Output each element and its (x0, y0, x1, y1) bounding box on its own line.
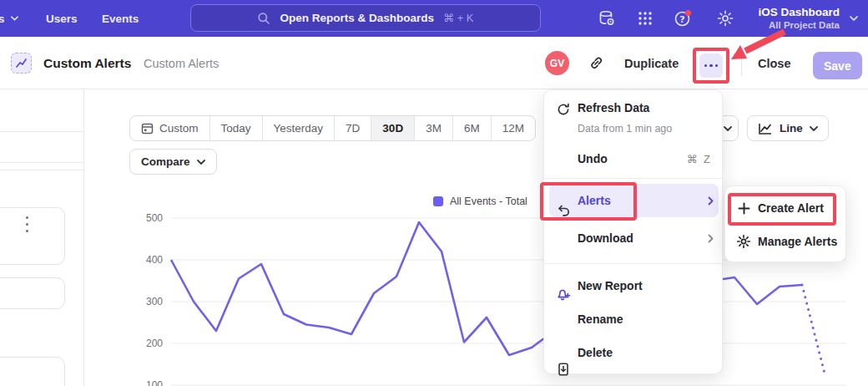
more-options-button[interactable] (699, 53, 723, 78)
settings-gear-icon[interactable] (716, 9, 734, 28)
chevron-right-icon (708, 196, 714, 206)
svg-text:400: 400 (146, 254, 163, 266)
sidebar-card[interactable] (0, 357, 65, 386)
menu-item-rename[interactable]: Rename (544, 302, 724, 336)
breadcrumb: Custom Alerts (144, 37, 219, 89)
nav-item-events[interactable]: Events (102, 0, 139, 37)
search-shortcut: ⌘ + K (443, 12, 474, 24)
search-input[interactable]: Open Reports & Dashboards ⌘ + K (190, 4, 541, 32)
refresh-status: Data from 1 min ago (578, 123, 672, 135)
copy-link-icon[interactable] (588, 55, 604, 71)
duplicate-button[interactable]: Duplicate (624, 37, 679, 89)
close-button[interactable]: Close (758, 37, 791, 89)
chart-legend: All Events - Total (433, 196, 527, 207)
sidebar-row-border (0, 131, 83, 132)
top-nav: s Users Events Open Reports & Dashboards… (0, 0, 868, 37)
apps-grid-icon[interactable] (636, 9, 654, 28)
notification-dot (685, 10, 691, 16)
kebab-menu-icon[interactable] (26, 216, 28, 232)
chart-type-button[interactable]: Line (747, 115, 829, 141)
menu-item-refresh-data[interactable]: Refresh Data Data from 1 min ago (544, 97, 724, 135)
chevron-down-icon (197, 160, 205, 165)
date-range-control: Custom Today Yesterday 7D 30D 3M 6M 12M (129, 115, 536, 141)
svg-text:500: 500 (146, 212, 163, 224)
menu-divider (544, 178, 724, 179)
line-chart-icon (758, 122, 773, 135)
menu-item-alerts[interactable]: Alerts (544, 184, 724, 217)
menu-item-new-report[interactable]: New Report (544, 269, 724, 302)
save-button[interactable]: Save (813, 52, 862, 79)
chevron-right-icon (708, 234, 714, 243)
chevron-down-icon (810, 126, 818, 131)
sidebar-divider (83, 89, 84, 386)
sidebar-row-border (0, 162, 83, 163)
sidebar-row-border (0, 170, 83, 170)
search-placeholder: Open Reports & Dashboards (280, 12, 434, 24)
range-yesterday[interactable]: Yesterday (262, 116, 335, 140)
svg-text:?: ? (679, 14, 684, 25)
menu-item-undo[interactable]: Undo ⌘ Z (544, 142, 724, 175)
sidebar-card[interactable] (0, 277, 65, 309)
range-today[interactable]: Today (209, 116, 262, 140)
submenu-item-create-alert[interactable]: Create Alert (725, 191, 847, 225)
refresh-icon (556, 102, 571, 117)
range-6m[interactable]: 6M (452, 116, 491, 140)
report-header: Custom Alerts Custom Alerts GV Duplicate… (0, 37, 868, 89)
gear-icon (736, 234, 751, 249)
data-management-icon[interactable] (598, 9, 616, 28)
undo-shortcut: ⌘ Z (686, 153, 712, 165)
header-divider (741, 55, 742, 76)
menu-item-delete[interactable]: Delete (544, 336, 724, 369)
range-30d-selected[interactable]: 30D (371, 116, 414, 140)
svg-text:100: 100 (146, 379, 163, 386)
more-options-menu: Refresh Data Data from 1 min ago Undo ⌘ … (543, 89, 723, 374)
menu-divider (544, 263, 724, 264)
project-scope: All Project Data (769, 19, 840, 31)
search-icon (257, 12, 270, 25)
help-icon[interactable]: ? (674, 9, 692, 28)
sidebar-card[interactable] (0, 207, 65, 265)
plus-icon (738, 202, 750, 215)
legend-swatch (433, 196, 443, 206)
chevron-down-icon (11, 16, 18, 21)
nav-item-users[interactable]: Users (46, 0, 78, 37)
menu-item-download[interactable]: Download (544, 221, 724, 255)
compare-button[interactable]: Compare (129, 149, 217, 175)
chevron-down-icon (850, 16, 858, 21)
range-12m[interactable]: 12M (491, 116, 535, 140)
project-name: iOS Dashboard (758, 6, 840, 19)
range-3m[interactable]: 3M (414, 116, 452, 140)
range-7d[interactable]: 7D (334, 116, 371, 140)
avatar[interactable]: GV (545, 51, 569, 75)
app-root: 500400300200100 All Events - Total Custo… (0, 0, 868, 386)
project-switcher[interactable]: iOS Dashboard All Project Data (758, 0, 840, 37)
chevron-down-icon (724, 126, 732, 131)
nav-boards-truncated[interactable]: s (0, 0, 18, 37)
report-chart-icon (11, 53, 32, 74)
svg-text:300: 300 (146, 296, 163, 307)
calendar-icon (141, 122, 154, 135)
svg-text:200: 200 (146, 338, 163, 349)
page-title: Custom Alerts (43, 37, 131, 89)
legend-label: All Events - Total (450, 196, 527, 207)
alerts-submenu: Create Alert Manage Alerts (724, 185, 846, 262)
submenu-item-manage-alerts[interactable]: Manage Alerts (725, 225, 847, 258)
range-custom[interactable]: Custom (130, 116, 209, 140)
